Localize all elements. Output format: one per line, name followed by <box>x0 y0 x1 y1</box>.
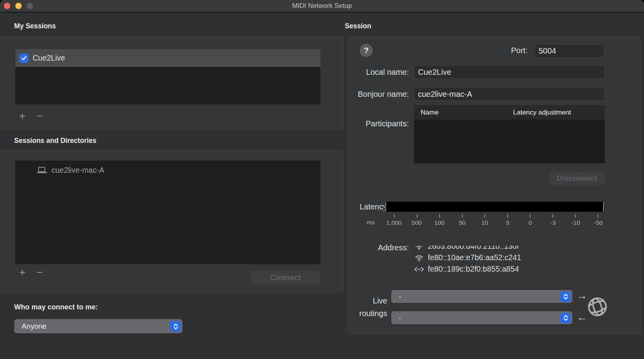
disconnect-button[interactable]: Disconnect <box>549 172 605 185</box>
participants-table[interactable]: Name Latency adjustment <box>414 105 605 163</box>
address-row: fe80::189c:b2f0:b855:a854 <box>414 263 605 275</box>
latency-unit: ms <box>366 219 375 226</box>
session-row-cue2live[interactable]: Cue2Live <box>15 49 320 67</box>
add-directory-button[interactable]: + <box>17 267 28 278</box>
my-sessions-box: Cue2Live + − <box>0 36 344 130</box>
live-routing-input-popup[interactable]: - <box>391 311 572 324</box>
live-routing-output-popup[interactable]: - <box>391 290 572 303</box>
remove-session-button[interactable]: − <box>34 111 45 122</box>
session-enabled-checkbox[interactable] <box>19 54 29 63</box>
bonjour-name-value: cue2live-mac-A <box>414 90 472 99</box>
titlebar[interactable]: MIDI Network Setup <box>0 0 644 13</box>
popup-stepper-icon <box>170 321 181 332</box>
window-title: MIDI Network Setup <box>0 2 644 10</box>
computer-icon <box>37 167 47 174</box>
who-may-connect-popup[interactable]: Anyone <box>14 319 182 333</box>
directories-box: cue2live-mac-A + − Connect <box>0 150 344 292</box>
session-name: Cue2Live <box>33 54 65 63</box>
local-name-label: Local name: <box>366 68 409 77</box>
address-row: fe80::10ae:e7b6:aa52:c241 <box>414 252 605 263</box>
my-sessions-list[interactable]: Cue2Live <box>15 49 320 104</box>
participants-table-body[interactable] <box>414 120 605 163</box>
live-routings-label: Live routings <box>359 294 387 320</box>
address-value: 2603:8000:d4f0:2110::130f <box>428 246 519 251</box>
address-row-clipped: 2603:8000:d4f0:2110::130f <box>414 246 605 252</box>
participants-label: Participants: <box>366 119 409 128</box>
who-may-connect-value: Anyone <box>14 322 46 331</box>
live-routing-output-value: - <box>391 292 401 301</box>
port-value: 5004 <box>535 46 556 56</box>
sessions-directories-header: Sessions and Directories <box>14 137 96 145</box>
latency-tick-labels: 1,000 500 100 50 10 3 0 -3 -10 -50 <box>394 219 598 226</box>
local-name-field[interactable]: Cue2Live <box>414 65 605 79</box>
connect-button[interactable]: Connect <box>250 270 320 285</box>
wifi-icon <box>414 246 424 251</box>
help-button[interactable]: ? <box>360 44 373 57</box>
bonjour-name-label: Bonjour name: <box>358 90 409 99</box>
port-label: Port: <box>511 46 528 55</box>
address-label: Address: <box>378 243 409 252</box>
address-list[interactable]: 2603:8000:d4f0:2110::130f fe80::10ae:e7b… <box>414 246 605 279</box>
midi-network-setup-window: MIDI Network Setup My Sessions Cue2Live … <box>0 0 644 359</box>
port-field[interactable]: 5004 <box>535 44 604 57</box>
participants-table-header: Name Latency adjustment <box>414 105 605 120</box>
wifi-icon <box>414 253 424 263</box>
address-value: fe80::189c:b2f0:b855:a854 <box>428 265 519 274</box>
directory-name: cue2live-mac-A <box>52 166 104 175</box>
popup-stepper-icon <box>560 291 571 302</box>
arrow-left-icon: ← <box>576 312 587 323</box>
checkmark-icon <box>21 55 27 61</box>
column-name: Name <box>414 109 508 117</box>
directories-list[interactable]: cue2live-mac-A <box>15 161 320 264</box>
live-routing-input-value: - <box>391 314 401 322</box>
add-session-button[interactable]: + <box>17 111 28 122</box>
column-latency-adjustment: Latency adjustment <box>508 109 571 117</box>
directory-row[interactable]: cue2live-mac-A <box>15 161 320 175</box>
remove-directory-button[interactable]: − <box>34 267 45 278</box>
bonjour-name-field[interactable]: cue2live-mac-A <box>414 87 605 101</box>
globe-icon <box>586 296 609 320</box>
latency-ticks <box>394 214 598 218</box>
session-header: Session <box>345 22 371 30</box>
popup-stepper-icon <box>560 313 571 323</box>
who-may-connect-label: Who may connect to me: <box>14 303 98 311</box>
ethernet-icon <box>414 265 424 274</box>
session-box <box>348 36 641 334</box>
my-sessions-header: My Sessions <box>14 22 56 30</box>
column-divider <box>514 108 515 117</box>
latency-slider[interactable] <box>385 201 605 212</box>
local-name-value: Cue2Live <box>414 68 451 77</box>
address-value: fe80::10ae:e7b6:aa52:c241 <box>428 253 521 262</box>
